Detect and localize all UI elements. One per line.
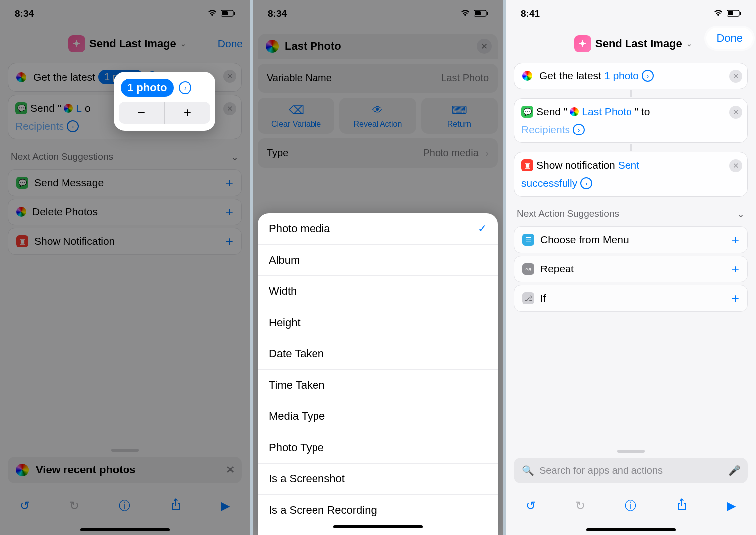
option-album[interactable]: Album [258, 245, 498, 276]
option-label: Is a Screenshot [269, 472, 345, 485]
option-photo-media[interactable]: Photo media✓ [258, 213, 498, 245]
battery-icon [727, 8, 742, 19]
popover-token[interactable]: 1 photo [121, 79, 174, 97]
notification-icon: ▣ [521, 159, 533, 171]
option-label: Time Taken [269, 379, 325, 392]
action-text: Show notification [536, 159, 615, 171]
add-icon[interactable]: + [732, 262, 739, 277]
clock: 8:41 [521, 8, 540, 19]
if-icon: ⎇ [522, 292, 534, 304]
screen-2: 8:34 Last Photo ✕ Variable Name Last Pho… [253, 0, 503, 535]
option-is-screen-recording[interactable]: Is a Screen Recording [258, 495, 498, 526]
add-icon[interactable]: + [732, 291, 739, 306]
stepper-minus[interactable]: − [119, 102, 164, 124]
svg-rect-7 [728, 11, 733, 15]
option-label: Is a Screen Recording [269, 504, 377, 517]
photos-icon [570, 107, 579, 116]
action-text: Send " [536, 106, 567, 118]
mic-icon[interactable]: 🎤 [728, 465, 741, 476]
option-label: Photo media [269, 222, 330, 235]
shortcut-name: Send Last Image [595, 37, 682, 50]
menu-icon: ☰ [522, 234, 534, 246]
option-label: Width [269, 285, 297, 298]
stepper: − + [119, 102, 210, 124]
suggestion-choose-from-menu[interactable]: ☰ Choose from Menu + [514, 226, 748, 253]
shortcut-title[interactable]: ✦ Send Last Image ⌄ [574, 35, 692, 52]
stepper-plus[interactable]: + [165, 102, 210, 124]
add-icon[interactable]: + [732, 232, 739, 248]
search-row[interactable]: 🔍 Search for apps and actions 🎤 [514, 458, 748, 483]
screen-3: 8:41 ✦ Send Last Image ⌄ Done Done Get t… [506, 0, 756, 535]
option-date-taken[interactable]: Date Taken [258, 338, 498, 370]
action-text: Get the latest [539, 70, 601, 82]
popover-expand-icon[interactable]: › [179, 81, 191, 94]
expand-icon[interactable]: › [642, 70, 654, 82]
suggestions-header: Next Action Suggestions ⌄ [506, 200, 756, 224]
option-label: Media Type [269, 410, 325, 423]
option-width[interactable]: Width [258, 276, 498, 307]
option-is-screenshot[interactable]: Is a Screenshot [258, 464, 498, 495]
option-label: Album [269, 254, 300, 267]
chevron-down-icon: ⌄ [686, 40, 692, 48]
option-label: Height [269, 316, 301, 329]
home-indicator [333, 525, 423, 528]
delete-action-icon[interactable]: ✕ [729, 70, 742, 83]
grabber[interactable] [617, 450, 645, 453]
messages-icon: 💬 [521, 106, 533, 118]
suggestion-repeat[interactable]: ↝ Repeat + [514, 256, 748, 282]
action-get-latest[interactable]: Get the latest 1 photo › ✕ [514, 63, 748, 89]
variable-token[interactable]: Last Photo [582, 106, 631, 118]
toolbar: ↺ ↻ ⓘ ▶ [506, 486, 756, 525]
option-time-taken[interactable]: Time Taken [258, 370, 498, 401]
recipients-token[interactable]: Recipients [521, 124, 570, 135]
section-title: Next Action Suggestions [517, 208, 619, 220]
play-icon[interactable]: ▶ [727, 499, 736, 513]
svg-rect-8 [740, 12, 741, 15]
screen-1: 8:34 ✦ Send Last Image ⌄ Done Get the la… [0, 0, 250, 535]
suggestion-label: If [540, 292, 546, 304]
check-icon: ✓ [478, 222, 487, 235]
bottom-panel: 🔍 Search for apps and actions 🎤 ↺ ↻ ⓘ ▶ [506, 445, 756, 535]
option-label: Photo Type [269, 441, 324, 454]
undo-icon[interactable]: ↺ [526, 499, 536, 513]
count-token[interactable]: 1 photo [604, 70, 639, 82]
expand-icon[interactable]: › [580, 177, 592, 189]
repeat-icon: ↝ [522, 263, 534, 275]
action-show-notification[interactable]: ▣ Show notification Sent successfully › … [514, 152, 748, 197]
option-photo-type[interactable]: Photo Type [258, 432, 498, 464]
count-popover: 1 photo › − + [114, 72, 215, 131]
action-text: " to [635, 106, 650, 118]
message-token[interactable]: successfully [521, 177, 577, 189]
suggestion-label: Choose from Menu [540, 234, 629, 246]
suggestion-label: Repeat [540, 263, 574, 275]
status-bar: 8:41 [506, 0, 756, 28]
suggestion-if[interactable]: ⎇ If + [514, 285, 748, 312]
info-icon[interactable]: ⓘ [625, 498, 636, 514]
action-send[interactable]: 💬 Send " Last Photo " to Recipients › ✕ [514, 98, 748, 143]
option-height[interactable]: Height [258, 307, 498, 338]
expand-icon[interactable]: › [573, 124, 585, 135]
done-button-highlight[interactable]: Done [706, 28, 753, 49]
redo-icon: ↻ [575, 499, 585, 513]
option-media-type[interactable]: Media Type [258, 401, 498, 432]
delete-action-icon[interactable]: ✕ [729, 106, 742, 119]
search-icon: 🔍 [522, 465, 534, 476]
share-icon[interactable] [676, 498, 687, 514]
option-label: Date Taken [269, 347, 324, 360]
search-placeholder: Search for apps and actions [539, 465, 663, 476]
type-options-sheet: Photo media✓ Album Width Height Date Tak… [258, 213, 498, 535]
wifi-icon [713, 8, 724, 19]
chevron-down-icon[interactable]: ⌄ [737, 208, 745, 220]
status-icons [713, 8, 742, 19]
photos-icon [521, 70, 533, 82]
home-indicator [586, 528, 676, 531]
message-token[interactable]: Sent [618, 159, 639, 171]
shortcut-icon: ✦ [574, 35, 591, 52]
delete-action-icon[interactable]: ✕ [729, 159, 742, 172]
